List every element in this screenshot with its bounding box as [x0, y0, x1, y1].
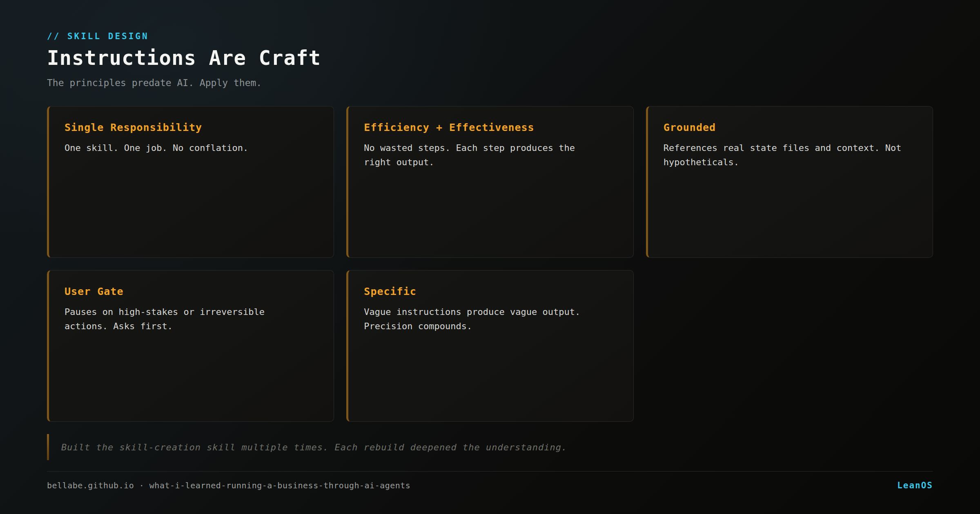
pull-quote: Built the skill-creation skill multiple …: [47, 434, 933, 460]
card-grounded: Grounded References real state files and…: [646, 106, 933, 258]
principle-card-grid: Single Responsibility One skill. One job…: [47, 106, 933, 422]
page-subtitle: The principles predate AI. Apply them.: [47, 77, 933, 89]
eyebrow-label: // SKILL DESIGN: [47, 31, 933, 42]
card-title: Specific: [364, 285, 617, 298]
footer: bellabe.github.io · what-i-learned-runni…: [47, 481, 933, 490]
card-title: Efficiency + Effectiveness: [364, 121, 617, 134]
card-single-responsibility: Single Responsibility One skill. One job…: [47, 106, 334, 258]
slide: // SKILL DESIGN Instructions Are Craft T…: [0, 0, 980, 514]
footer-source-text: bellabe.github.io · what-i-learned-runni…: [47, 481, 410, 490]
page-title: Instructions Are Craft: [47, 47, 933, 70]
card-specific: Specific Vague instructions produce vagu…: [346, 270, 633, 422]
card-title: Grounded: [664, 121, 916, 134]
card-body: No wasted steps. Each step produces the …: [364, 141, 605, 169]
card-efficiency-effectiveness: Efficiency + Effectiveness No wasted ste…: [346, 106, 633, 258]
card-body: One skill. One job. No conflation.: [65, 141, 305, 155]
card-title: User Gate: [65, 285, 317, 298]
pull-quote-text: Built the skill-creation skill multiple …: [61, 442, 567, 452]
card-body: References real state files and context.…: [664, 141, 904, 169]
card-user-gate: User Gate Pauses on high-stakes or irrev…: [47, 270, 334, 422]
footer-divider: [47, 471, 933, 472]
card-body: Pauses on high-stakes or irreversible ac…: [65, 305, 305, 333]
card-body: Vague instructions produce vague output.…: [364, 305, 605, 333]
footer-brand-label: LeanOS: [897, 481, 933, 490]
card-title: Single Responsibility: [65, 121, 317, 134]
